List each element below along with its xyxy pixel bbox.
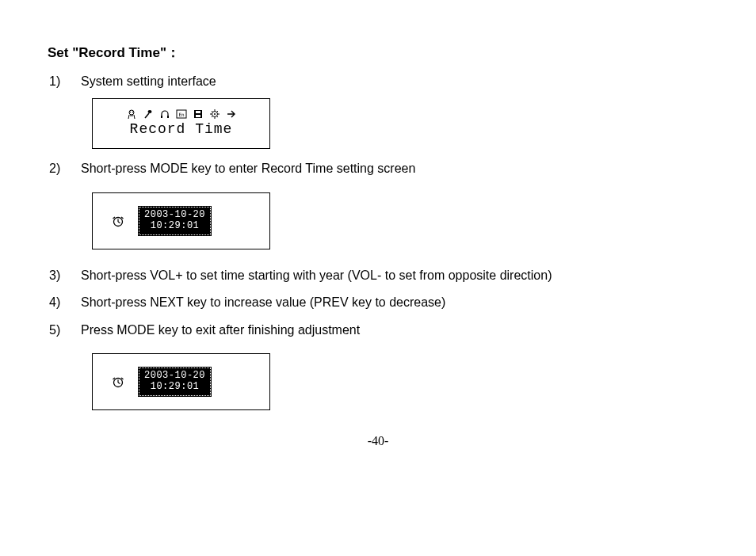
- step-number: 5): [48, 318, 81, 342]
- document-page: Set "Record Time"： 1) System setting int…: [0, 0, 756, 448]
- step-number: 1): [48, 70, 81, 93]
- step-text: System setting interface: [81, 70, 708, 93]
- lcd-menu-label: Record Time: [130, 121, 233, 137]
- lcd-system-setting: En Record Time: [92, 98, 270, 149]
- arrow-right-icon: [226, 109, 237, 120]
- step-text: Press MODE key to exit after finishing a…: [81, 318, 708, 342]
- svg-rect-4: [161, 116, 162, 118]
- figure-icon: [126, 109, 137, 120]
- headphone-icon: [159, 109, 170, 120]
- lcd-record-time-1: 2003-10-20 10:29:01: [92, 192, 270, 249]
- svg-text:En: En: [178, 112, 185, 117]
- lcd-record-time-2: 2003-10-20 10:29:01: [92, 353, 270, 410]
- language-icon: En: [176, 109, 187, 120]
- svg-rect-5: [167, 116, 169, 118]
- step-number: 4): [48, 291, 81, 314]
- icon-row: En: [126, 109, 237, 120]
- step-3: 3) Short-press VOL+ to set time starting…: [48, 264, 708, 288]
- clock-icon: [112, 215, 124, 227]
- svg-point-0: [129, 110, 134, 115]
- svg-rect-10: [196, 115, 200, 117]
- date-line: 2003-10-20: [144, 371, 205, 382]
- svg-point-3: [147, 110, 151, 113]
- step-text: Short-press VOL+ to set time starting wi…: [81, 264, 708, 288]
- datetime-display: 2003-10-20 10:29:01: [139, 367, 211, 396]
- page-number: -40-: [48, 434, 708, 448]
- svg-point-1: [129, 112, 130, 112]
- clock-icon: [112, 375, 124, 388]
- mic-icon: [143, 109, 154, 120]
- step-1: 1) System setting interface: [48, 70, 708, 93]
- svg-rect-9: [196, 111, 200, 113]
- time-line: 10:29:01: [144, 221, 205, 232]
- time-line: 10:29:01: [144, 382, 205, 393]
- step-text: Short-press NEXT key to increase value (…: [81, 291, 708, 314]
- gear-icon: [209, 109, 220, 120]
- section-heading: Set "Record Time"：: [48, 44, 708, 62]
- step-text: Short-press MODE key to enter Record Tim…: [81, 157, 708, 181]
- step-number: 2): [48, 157, 81, 181]
- step-4: 4) Short-press NEXT key to increase valu…: [48, 291, 708, 314]
- step-5: 5) Press MODE key to exit after finishin…: [48, 318, 708, 342]
- svg-point-2: [132, 112, 132, 112]
- svg-point-12: [214, 113, 216, 115]
- date-line: 2003-10-20: [144, 210, 205, 221]
- disk-icon: [193, 109, 204, 120]
- step-2: 2) Short-press MODE key to enter Record …: [48, 157, 708, 181]
- datetime-display: 2003-10-20 10:29:01: [139, 207, 211, 235]
- step-number: 3): [48, 264, 81, 288]
